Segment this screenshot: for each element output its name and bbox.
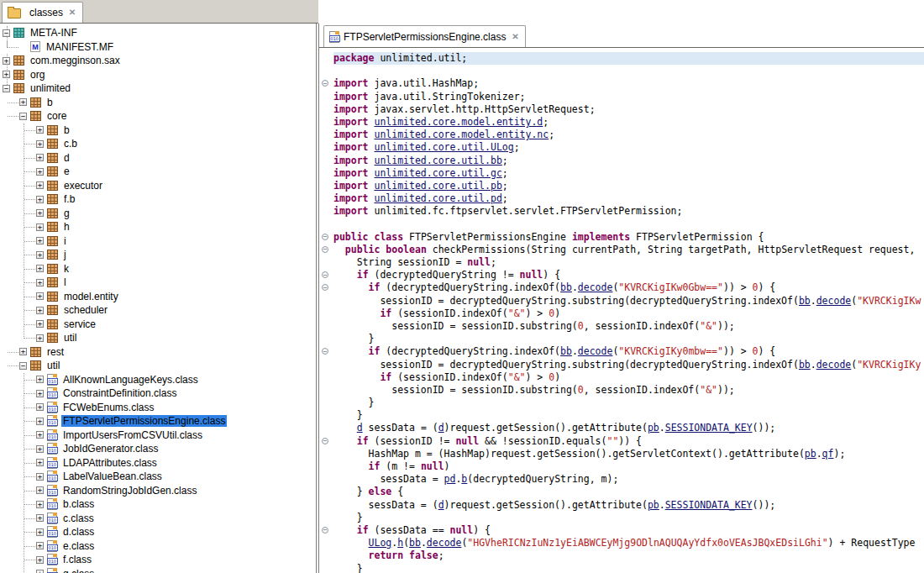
tree-item-g[interactable]: +g	[36, 207, 316, 221]
expand-expander-icon[interactable]: +	[19, 98, 27, 106]
expand-expander-icon[interactable]: +	[36, 390, 44, 397]
code-text: }	[333, 409, 924, 422]
tree-item-util[interactable]: +util	[36, 331, 316, 345]
expand-expander-icon[interactable]: +	[36, 473, 44, 481]
tree-item-g.class[interactable]: +g.class	[36, 567, 316, 573]
tree-item-AllKnownLanguageKeys.class[interactable]: +AllKnownLanguageKeys.class	[36, 373, 316, 387]
expand-expander-icon[interactable]: +	[3, 57, 10, 65]
close-icon[interactable]	[67, 8, 77, 18]
tree-item-f.b[interactable]: +f.b	[36, 192, 316, 207]
expand-expander-icon[interactable]: +	[36, 154, 44, 161]
expand-expander-icon[interactable]: +	[36, 209, 44, 217]
tree-item-LabelValueBean.class[interactable]: +LabelValueBean.class	[36, 470, 316, 484]
collapse-minus-icon[interactable]	[319, 435, 333, 448]
expand-expander-icon[interactable]: +	[36, 459, 44, 466]
expand-expander-icon[interactable]: +	[36, 501, 44, 508]
tab-class-file[interactable]: FTPServletPermissionsEngine.class	[323, 25, 526, 47]
code-line: import unlimited.core.util.bb;	[319, 155, 924, 167]
expand-expander-icon[interactable]: +	[3, 71, 10, 78]
expand-expander-icon[interactable]: +	[36, 486, 44, 494]
collapse-minus-icon[interactable]	[319, 231, 333, 244]
tree-item-b[interactable]: +b	[19, 96, 316, 110]
expand-expander-icon[interactable]: +	[36, 223, 44, 231]
expand-expander-icon[interactable]: +	[36, 514, 44, 522]
tree-item-model.entity[interactable]: +model.entity	[36, 290, 316, 304]
tree-item-ImportUsersFromCSVUtil.class[interactable]: +ImportUsersFromCSVUtil.class	[36, 428, 316, 443]
expand-expander-icon[interactable]: +	[36, 196, 44, 203]
expand-expander-icon[interactable]: +	[36, 528, 44, 536]
expand-expander-icon[interactable]: +	[36, 376, 44, 383]
class-file-icon	[47, 415, 57, 427]
collapse-minus-icon[interactable]	[319, 244, 333, 256]
expand-expander-icon[interactable]: +	[36, 542, 44, 549]
tree-item-core[interactable]: −core	[19, 109, 316, 124]
collapse-minus-icon[interactable]	[319, 524, 333, 537]
tree-item-LDAPAttributes.class[interactable]: +LDAPAttributes.class	[36, 456, 316, 470]
tree-item-FCWebEnums.class[interactable]: +FCWebEnums.class	[36, 401, 316, 415]
collapse-expander-icon[interactable]: −	[19, 362, 27, 370]
collapse-expander-icon[interactable]: −	[3, 85, 10, 92]
close-icon[interactable]	[510, 32, 520, 42]
tree-item-org[interactable]: +org	[3, 68, 316, 82]
expand-expander-icon[interactable]: +	[36, 334, 44, 342]
tree-item-rest[interactable]: +rest	[19, 345, 316, 360]
package-tree-panel[interactable]: −META-INFMANIFEST.MF+com.megginson.sax+o…	[0, 24, 317, 573]
tree-item-ConstraintDefinition.class[interactable]: +ConstraintDefinition.class	[36, 386, 316, 401]
tree-item-com.megginson.sax[interactable]: +com.megginson.sax	[3, 54, 316, 68]
tree-item-JobIdGenerator.class[interactable]: +JobIdGenerator.class	[36, 442, 316, 456]
expand-expander-icon[interactable]: +	[36, 292, 44, 300]
class-file-icon	[47, 402, 57, 413]
collapse-minus-icon[interactable]	[319, 77, 333, 90]
tree-item-scheduler[interactable]: +scheduler	[36, 303, 316, 318]
tree-item-k[interactable]: +k	[36, 262, 316, 276]
expand-expander-icon[interactable]: +	[36, 556, 44, 564]
tree-item-executor[interactable]: +executor	[36, 179, 316, 193]
collapse-minus-icon[interactable]	[319, 269, 333, 281]
code-line: sessData = (d)request.getSession().getAt…	[319, 499, 924, 512]
tree-item-d[interactable]: +d	[36, 151, 316, 166]
expand-expander-icon[interactable]: +	[36, 279, 44, 286]
expand-expander-icon[interactable]: +	[36, 140, 44, 148]
expand-expander-icon[interactable]: +	[19, 348, 27, 355]
tree-item-b[interactable]: +b	[36, 124, 316, 138]
tab-classes[interactable]: classes	[2, 2, 83, 23]
expand-expander-icon[interactable]: +	[36, 570, 44, 573]
tree-item-f.class[interactable]: +f.class	[36, 553, 316, 567]
tree-item-util[interactable]: −util	[19, 359, 316, 373]
tree-item-i[interactable]: +i	[36, 234, 316, 249]
tree-item-j[interactable]: +j	[36, 248, 316, 262]
tree-item-META-INF[interactable]: −META-INF	[3, 26, 316, 40]
collapse-minus-icon[interactable]	[319, 345, 333, 358]
tree-item-e.class[interactable]: +e.class	[36, 539, 316, 554]
expand-expander-icon[interactable]: +	[36, 431, 44, 439]
tree-item-d.class[interactable]: +d.class	[36, 525, 316, 539]
tree-item-service[interactable]: +service	[36, 318, 316, 332]
tree-item-c.b[interactable]: +c.b	[36, 137, 316, 151]
tree-item-h[interactable]: +h	[36, 220, 316, 234]
tree-item-unlimited[interactable]: −unlimited	[3, 81, 316, 96]
expand-expander-icon[interactable]: +	[36, 403, 44, 411]
code-editor[interactable]: package unlimited.util;import java.util.…	[319, 48, 924, 573]
collapse-expander-icon[interactable]: −	[19, 113, 27, 120]
expand-expander-icon[interactable]: +	[36, 181, 44, 189]
expand-expander-icon[interactable]: +	[36, 445, 44, 453]
expand-expander-icon[interactable]: +	[36, 168, 44, 176]
tree-item-RandomStringJobIdGen.class[interactable]: +RandomStringJobIdGen.class	[36, 484, 316, 498]
tree-item-b.class[interactable]: +b.class	[36, 497, 316, 512]
gutter	[319, 129, 333, 141]
expand-expander-icon[interactable]: +	[36, 307, 44, 314]
tree-item-c.class[interactable]: +c.class	[36, 512, 316, 526]
tree-item-l[interactable]: +l	[36, 276, 316, 290]
tree-item-MANIFEST.MF[interactable]: MANIFEST.MF	[19, 40, 316, 55]
expand-expander-icon[interactable]: +	[36, 237, 44, 244]
tree-item-e[interactable]: +e	[36, 165, 316, 179]
expand-expander-icon[interactable]: +	[36, 251, 44, 259]
expand-expander-icon[interactable]: +	[36, 265, 44, 272]
collapse-minus-icon[interactable]	[319, 281, 333, 294]
collapse-expander-icon[interactable]: −	[3, 29, 10, 37]
expand-expander-icon[interactable]: +	[36, 320, 44, 328]
expand-expander-icon[interactable]: +	[36, 418, 44, 425]
code-line: } else {	[319, 486, 924, 498]
tree-item-FTPServletPermissionsEngine.class[interactable]: +FTPServletPermissionsEngine.class	[36, 414, 316, 428]
expand-expander-icon[interactable]: +	[36, 126, 44, 134]
